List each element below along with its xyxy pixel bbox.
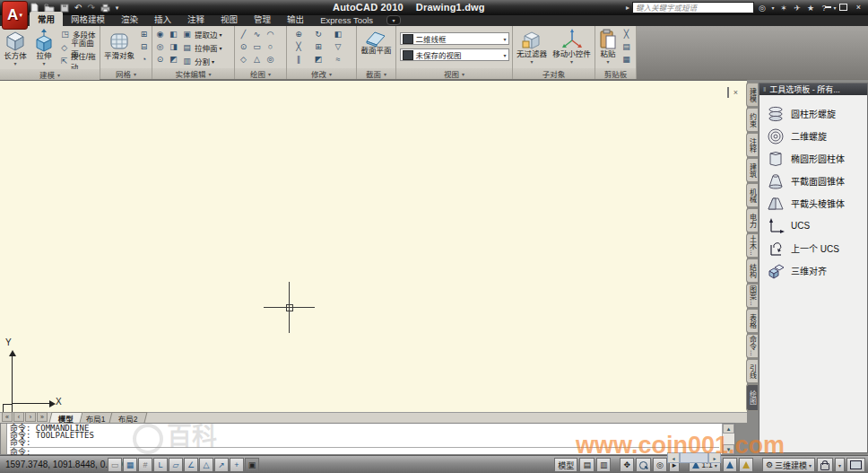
panel-label-section[interactable]: 截面▾: [357, 68, 395, 79]
polar-tracking-toggle[interactable]: ▱: [169, 458, 183, 472]
trim-tool-icon[interactable]: ◧: [333, 29, 344, 40]
tab-insert[interactable]: 插入: [146, 12, 179, 26]
open-file-icon[interactable]: [44, 4, 55, 13]
palette-tab-modeling[interactable]: 建模: [746, 83, 758, 107]
panel-label-solid-editing[interactable]: 实体编辑▾: [152, 68, 234, 79]
intersect-icon[interactable]: ⊙: [154, 53, 166, 65]
object-snap-tracking-toggle[interactable]: ↗: [214, 458, 229, 472]
drawing-area[interactable]: × Y X: [0, 80, 747, 412]
rectangle-tool-icon[interactable]: ▭: [251, 41, 263, 53]
palette-tab-mechanical[interactable]: 机械: [746, 183, 758, 207]
palette-tab-annotation[interactable]: 注释: [746, 133, 758, 157]
qat-customize-icon[interactable]: ▾: [116, 4, 119, 12]
visual-style-select[interactable]: 二维线框 ▾: [400, 32, 509, 45]
workspace-switcher[interactable]: ⚙三维建模▾: [762, 458, 815, 472]
status-menu-icon[interactable]: ▾: [835, 458, 845, 472]
3d-object-snap-toggle[interactable]: △: [199, 458, 213, 472]
infer-constraints-toggle[interactable]: ▭: [108, 458, 122, 472]
palette-tab-tables[interactable]: 表格: [746, 309, 758, 333]
annotation-visibility-icon[interactable]: [723, 458, 737, 472]
cut-icon[interactable]: ╳: [621, 28, 632, 39]
panel-label-modeling[interactable]: 建模▾: [0, 69, 100, 80]
hatch-tool-icon[interactable]: △: [251, 54, 263, 66]
tab-view[interactable]: 视图: [213, 12, 246, 26]
smooth-object-button[interactable]: 平滑对象: [102, 28, 136, 61]
save-icon[interactable]: [60, 4, 69, 13]
palette-item-elliptical-cylinder[interactable]: 椭圆形圆柱体: [760, 147, 867, 170]
ellipse-tool-icon[interactable]: ○: [265, 41, 276, 53]
circle-tool-icon[interactable]: ⊙: [238, 41, 249, 53]
doc-close-icon[interactable]: ×: [733, 88, 738, 97]
copy-clip-icon[interactable]: ▤: [621, 40, 632, 52]
mesh-crease-icon[interactable]: ◔: [138, 53, 150, 65]
zoom-icon[interactable]: [636, 458, 651, 472]
object-snap-toggle[interactable]: ∠: [184, 458, 198, 472]
doc-restore-icon[interactable]: [727, 88, 729, 97]
move-gizmo-button[interactable]: 移动小控件▾: [551, 28, 593, 67]
scroll-right-icon[interactable]: ▸: [708, 452, 721, 463]
line-tool-icon[interactable]: ╱: [238, 29, 249, 40]
move-tool-icon[interactable]: ⊕: [293, 29, 305, 40]
command-scrollbar[interactable]: ▲ ▼: [722, 424, 734, 454]
box-tool-button[interactable]: 长方体▾: [2, 28, 29, 69]
grid-display-toggle[interactable]: #: [138, 458, 152, 472]
communication-center-icon[interactable]: ✈: [792, 4, 803, 13]
close-button[interactable]: ×: [853, 2, 864, 12]
scroll-left-icon[interactable]: ◂: [667, 452, 680, 463]
toolbar-lock-icon[interactable]: [817, 458, 833, 472]
subtract-icon[interactable]: ◎: [154, 40, 166, 52]
scroll-down-icon[interactable]: ▼: [723, 444, 734, 454]
rotate-tool-icon[interactable]: ↻: [313, 29, 325, 40]
tab-annotate[interactable]: 注释: [179, 12, 213, 26]
quick-view-layouts-icon[interactable]: ▤: [579, 458, 595, 472]
section-plane-button[interactable]: 截面平面: [359, 28, 393, 56]
tab-home[interactable]: 常用: [30, 12, 63, 26]
ortho-mode-toggle[interactable]: L: [153, 458, 168, 472]
subscription-wrench-icon[interactable]: ✶: [778, 4, 789, 13]
tab-express-tools[interactable]: Express Tools: [312, 14, 381, 26]
application-menu-button[interactable]: A▾: [2, 1, 28, 30]
fillet-tool-icon[interactable]: ∥: [293, 54, 305, 66]
palette-tab-architectural[interactable]: 建筑: [746, 158, 758, 182]
copy-tool-icon[interactable]: ⊞: [313, 41, 325, 53]
palette-item-previous-ucs[interactable]: 上一个 UCS: [760, 237, 867, 259]
palette-tab-electrical[interactable]: 电力: [746, 208, 758, 232]
command-window[interactable]: 命令: COMMANDLINE 命令: TOOLPALETTES 命令: 命令:…: [0, 423, 735, 455]
tab-manage[interactable]: 管理: [246, 12, 279, 26]
search-expand-icon[interactable]: ▸: [626, 4, 629, 12]
palette-tab-hatches[interactable]: 图案...: [746, 284, 758, 308]
array-tool-icon[interactable]: ◩: [313, 54, 325, 66]
presspull-button[interactable]: ⇱按住/拖动: [59, 55, 98, 67]
extrude-tool-button[interactable]: 拉伸▾: [30, 28, 57, 69]
next-layout-icon[interactable]: ›: [25, 412, 36, 422]
palette-tab-constraints[interactable]: 约束: [746, 108, 758, 132]
dynamic-ucs-toggle[interactable]: +: [230, 458, 244, 472]
pan-icon[interactable]: ✥: [620, 458, 634, 472]
union-icon[interactable]: ◉: [154, 28, 166, 39]
slice-icon[interactable]: ◨: [168, 40, 179, 52]
arc-tool-icon[interactable]: ◠: [265, 29, 276, 40]
interfere-icon[interactable]: ◧: [168, 28, 179, 39]
ribbon-minimize-button[interactable]: ▾: [386, 15, 401, 25]
last-layout-icon[interactable]: »: [37, 412, 48, 422]
palette-tab-civil[interactable]: 土木...: [746, 233, 758, 258]
panel-label-subobject[interactable]: 子对象: [513, 68, 595, 79]
paste-button[interactable]: 粘贴▾: [597, 28, 619, 67]
plot-icon[interactable]: [100, 4, 110, 13]
panel-label-view[interactable]: 视图▾: [396, 68, 512, 79]
palette-tab-leaders[interactable]: 引线: [746, 359, 758, 383]
tab-mesh-modeling[interactable]: 网格建模: [63, 12, 113, 26]
snap-mode-toggle[interactable]: ▦: [123, 458, 137, 472]
separate-button[interactable]: ▥分割▾: [181, 55, 222, 67]
restore-button[interactable]: [838, 2, 849, 12]
polyline-tool-icon[interactable]: ∿: [251, 29, 263, 40]
tool-palette-titlebar[interactable]: ‖ 工具选项板 - 所有...: [760, 83, 867, 95]
steering-wheel-icon[interactable]: ◎: [653, 458, 667, 472]
palette-item-3d-align[interactable]: 三维对齐: [760, 259, 867, 282]
palette-tab-draw[interactable]: 绘图: [746, 384, 758, 411]
extract-edges-button[interactable]: ▣提取边▾: [181, 28, 222, 40]
search-binoculars-icon[interactable]: ◎: [757, 4, 768, 13]
scale-tool-icon[interactable]: ≈: [333, 54, 344, 66]
palette-item-cone-frustum[interactable]: 平截面圆锥体: [760, 170, 867, 192]
palette-tab-command[interactable]: 命令...: [746, 334, 758, 358]
